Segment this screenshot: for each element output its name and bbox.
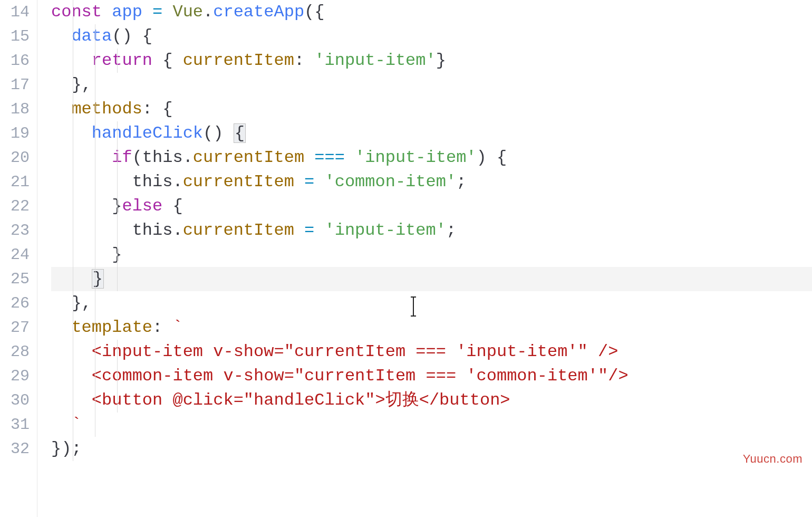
line-number: 31 xyxy=(0,413,30,437)
line-number: 27 xyxy=(0,315,30,340)
code-line[interactable]: <input-item v-show="currentItem === 'inp… xyxy=(51,340,812,364)
line-number: 30 xyxy=(0,388,30,413)
matched-bracket-close: } xyxy=(92,269,104,289)
line-number: 25 xyxy=(0,267,30,291)
code-line[interactable]: const app = Vue.createApp({ xyxy=(51,0,812,24)
code-line[interactable]: } xyxy=(51,243,812,267)
code-line[interactable]: return { currentItem: 'input-item'} xyxy=(51,49,812,73)
line-number: 19 xyxy=(0,121,30,146)
code-line[interactable]: }, xyxy=(51,291,812,315)
code-line[interactable]: <button @click="handleClick">切换</button> xyxy=(51,388,812,413)
code-line[interactable]: <common-item v-show="currentItem === 'co… xyxy=(51,364,812,388)
line-number: 20 xyxy=(0,146,30,170)
line-number: 18 xyxy=(0,97,30,121)
code-line[interactable]: }, xyxy=(51,73,812,97)
code-line[interactable]: ` xyxy=(51,413,812,437)
line-number: 22 xyxy=(0,194,30,218)
line-number: 32 xyxy=(0,437,30,461)
code-line[interactable]: }); xyxy=(51,437,812,461)
text-cursor-icon xyxy=(413,296,414,317)
line-number: 24 xyxy=(0,243,30,267)
code-editor[interactable]: 14 15 16 17 18 19 20 21 22 23 24 25 26 2… xyxy=(0,0,812,517)
watermark-label: Yuucn.com xyxy=(743,451,803,467)
code-line[interactable]: }else { xyxy=(51,194,812,218)
code-line[interactable]: handleClick() { xyxy=(51,121,812,146)
line-number: 28 xyxy=(0,340,30,364)
code-line[interactable]: this.currentItem = 'common-item'; xyxy=(51,170,812,194)
code-line[interactable]: data() { xyxy=(51,24,812,49)
line-number: 15 xyxy=(0,24,30,49)
line-number: 26 xyxy=(0,291,30,315)
code-line[interactable]: this.currentItem = 'input-item'; xyxy=(51,218,812,243)
line-number: 23 xyxy=(0,218,30,243)
code-content[interactable]: const app = Vue.createApp({ data() { ret… xyxy=(37,0,812,517)
code-line[interactable]: methods: { xyxy=(51,97,812,121)
code-line-active[interactable]: } xyxy=(51,267,812,291)
line-number-gutter: 14 15 16 17 18 19 20 21 22 23 24 25 26 2… xyxy=(0,0,37,517)
line-number: 14 xyxy=(0,0,30,24)
code-line[interactable]: if(this.currentItem === 'input-item') { xyxy=(51,146,812,170)
line-number: 16 xyxy=(0,49,30,73)
line-number: 17 xyxy=(0,73,30,97)
line-number: 29 xyxy=(0,364,30,388)
matched-bracket-open: { xyxy=(234,123,246,143)
line-number: 21 xyxy=(0,170,30,194)
code-line[interactable]: template: ` xyxy=(51,315,812,340)
